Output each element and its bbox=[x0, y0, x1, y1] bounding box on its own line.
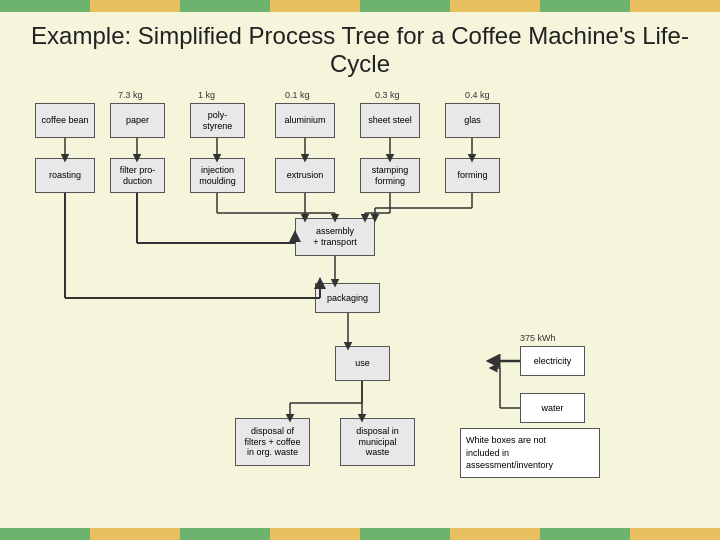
main-content: Example: Simplified Process Tree for a C… bbox=[0, 12, 720, 540]
weight-polystyrene: 1 kg bbox=[198, 90, 215, 100]
diagram-area: 7.3 kg 1 kg 0.1 kg 0.3 kg 0.4 kg coffee … bbox=[30, 88, 690, 538]
bar-bot-1 bbox=[0, 528, 90, 540]
bar-seg-3 bbox=[180, 0, 270, 12]
box-stamping-forming: stamping forming bbox=[360, 158, 420, 193]
bottom-bar bbox=[0, 528, 720, 540]
box-forming: forming bbox=[445, 158, 500, 193]
page-title: Example: Simplified Process Tree for a C… bbox=[30, 22, 690, 78]
box-polystyrene: poly- styrene bbox=[190, 103, 245, 138]
bar-seg-8 bbox=[630, 0, 720, 12]
box-filter-production: filter pro- duction bbox=[110, 158, 165, 193]
box-electricity: electricity bbox=[520, 346, 585, 376]
box-disposal-filters: disposal of filters + coffee in org. was… bbox=[235, 418, 310, 466]
weight-electricity: 375 kWh bbox=[520, 333, 556, 343]
box-sheet-steel: sheet steel bbox=[360, 103, 420, 138]
top-bar bbox=[0, 0, 720, 12]
box-use: use bbox=[335, 346, 390, 381]
box-glas: glas bbox=[445, 103, 500, 138]
box-water: water bbox=[520, 393, 585, 423]
bar-seg-6 bbox=[450, 0, 540, 12]
bar-bot-6 bbox=[450, 528, 540, 540]
bar-seg-5 bbox=[360, 0, 450, 12]
bar-seg-7 bbox=[540, 0, 630, 12]
weight-aluminium: 0.1 kg bbox=[285, 90, 310, 100]
note-box: White boxes are not included in assessme… bbox=[460, 428, 600, 478]
box-coffee-bean: coffee bean bbox=[35, 103, 95, 138]
box-assembly-transport: assembly + transport bbox=[295, 218, 375, 256]
box-aluminium: aluminium bbox=[275, 103, 335, 138]
box-roasting: roasting bbox=[35, 158, 95, 193]
bar-bot-7 bbox=[540, 528, 630, 540]
box-disposal-municipal: disposal in municipal waste bbox=[340, 418, 415, 466]
box-injection-moulding: injection moulding bbox=[190, 158, 245, 193]
bar-seg-2 bbox=[90, 0, 180, 12]
bar-bot-8 bbox=[630, 528, 720, 540]
bar-bot-3 bbox=[180, 528, 270, 540]
box-packaging: packaging bbox=[315, 283, 380, 313]
weight-paper: 7.3 kg bbox=[118, 90, 143, 100]
bar-bot-2 bbox=[90, 528, 180, 540]
weight-sheetsteel: 0.3 kg bbox=[375, 90, 400, 100]
bar-bot-4 bbox=[270, 528, 360, 540]
bar-bot-5 bbox=[360, 528, 450, 540]
weight-glas: 0.4 kg bbox=[465, 90, 490, 100]
box-extrusion: extrusion bbox=[275, 158, 335, 193]
bar-seg-4 bbox=[270, 0, 360, 12]
bar-seg-1 bbox=[0, 0, 90, 12]
box-paper: paper bbox=[110, 103, 165, 138]
